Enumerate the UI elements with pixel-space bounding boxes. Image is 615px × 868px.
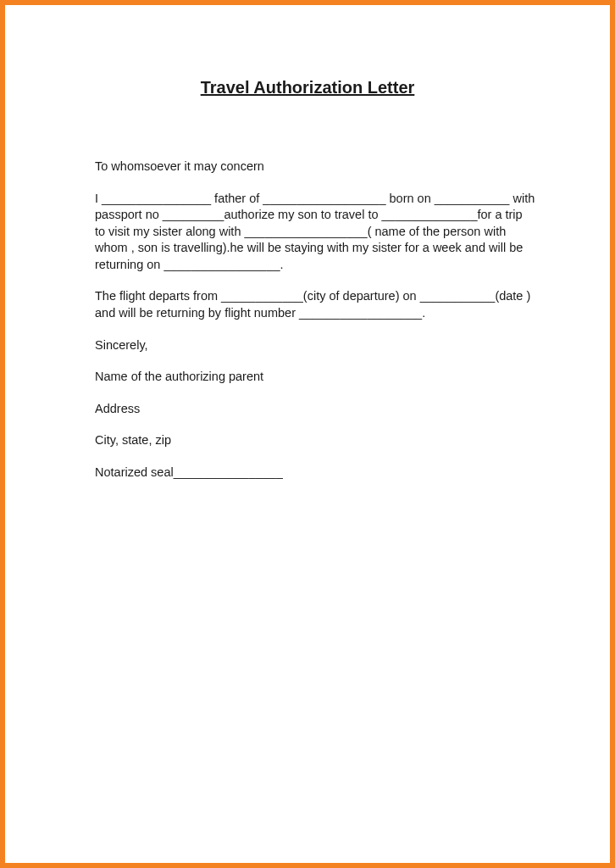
closing: Sincerely,	[95, 337, 535, 354]
city-state-zip-line: City, state, zip	[95, 432, 535, 449]
address-line: Address	[95, 401, 535, 418]
signer-name-line: Name of the authorizing parent	[95, 369, 535, 386]
signature-block: Sincerely, Name of the authorizing paren…	[95, 337, 535, 481]
document-body: To whomsoever it may concern I _________…	[20, 159, 595, 481]
body-paragraph-2: The flight departs from ____________(cit…	[95, 288, 535, 321]
document-page: Travel Authorization Letter To whomsoeve…	[20, 20, 595, 848]
salutation: To whomsoever it may concern	[95, 159, 535, 175]
document-frame: Travel Authorization Letter To whomsoeve…	[0, 0, 615, 868]
body-paragraph-1: I ________________ father of ___________…	[95, 191, 535, 274]
document-title: Travel Authorization Letter	[20, 20, 595, 159]
notarized-seal-line: Notarized seal________________	[95, 465, 535, 481]
